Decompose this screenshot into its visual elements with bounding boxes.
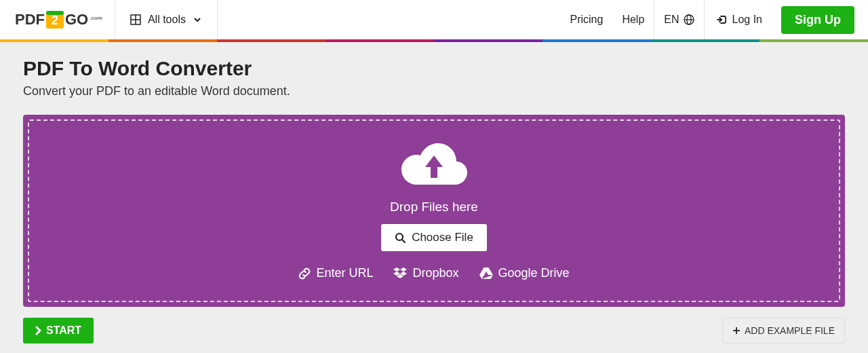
dropbox-icon	[393, 267, 407, 280]
page-title: PDF To Word Converter	[23, 57, 845, 80]
choose-file-label: Choose File	[412, 231, 473, 244]
enter-url-label: Enter URL	[316, 266, 373, 280]
pricing-label: Pricing	[570, 14, 603, 26]
chevron-down-icon	[193, 15, 202, 24]
cloud-upload-icon	[397, 138, 471, 194]
google-drive-label: Google Drive	[498, 266, 570, 280]
login-label: Log In	[732, 14, 762, 26]
top-navbar: PDF 2 GO .com All tools Pricing Help	[0, 0, 868, 39]
plus-icon	[732, 327, 741, 335]
drop-text: Drop Files here	[390, 200, 478, 215]
grid-icon	[130, 14, 141, 25]
svg-line-11	[402, 240, 405, 242]
signup-label: Sign Up	[795, 13, 841, 26]
choose-file-button[interactable]: Choose File	[381, 224, 487, 251]
enter-url-button[interactable]: Enter URL	[298, 266, 373, 280]
logo[interactable]: PDF 2 GO .com	[15, 11, 102, 29]
add-example-file-button[interactable]: ADD EXAMPLE FILE	[722, 318, 845, 343]
add-example-label: ADD EXAMPLE FILE	[745, 325, 835, 336]
google-drive-icon	[479, 267, 493, 279]
help-label: Help	[622, 14, 644, 26]
language-label: EN	[664, 14, 679, 26]
google-drive-button[interactable]: Google Drive	[479, 266, 570, 280]
help-link[interactable]: Help	[612, 0, 654, 39]
logo-prefix: PDF	[15, 11, 45, 29]
all-tools-menu[interactable]: All tools	[115, 0, 217, 39]
logo-suffix: GO	[65, 11, 88, 29]
search-icon	[395, 232, 406, 244]
file-dropzone[interactable]: Drop Files here Choose File Enter URL	[23, 115, 845, 307]
svg-text:2: 2	[52, 14, 58, 27]
all-tools-label: All tools	[148, 14, 186, 26]
start-button[interactable]: START	[23, 318, 94, 343]
page-subtitle: Convert your PDF to an editable Word doc…	[23, 84, 845, 98]
dropbox-button[interactable]: Dropbox	[393, 266, 458, 280]
login-icon	[717, 14, 728, 25]
globe-icon	[684, 14, 694, 25]
signup-button[interactable]: Sign Up	[781, 6, 854, 34]
divider	[217, 0, 218, 39]
logo-2-icon: 2	[46, 11, 64, 29]
link-icon	[298, 267, 311, 280]
logo-tld: .com	[90, 15, 102, 21]
login-button[interactable]: Log In	[705, 0, 774, 39]
language-selector[interactable]: EN	[654, 0, 703, 39]
pricing-link[interactable]: Pricing	[560, 0, 612, 39]
dropbox-label: Dropbox	[412, 266, 458, 280]
start-label: START	[46, 324, 81, 337]
rainbow-divider	[0, 39, 868, 42]
chevron-right-icon	[35, 326, 42, 335]
